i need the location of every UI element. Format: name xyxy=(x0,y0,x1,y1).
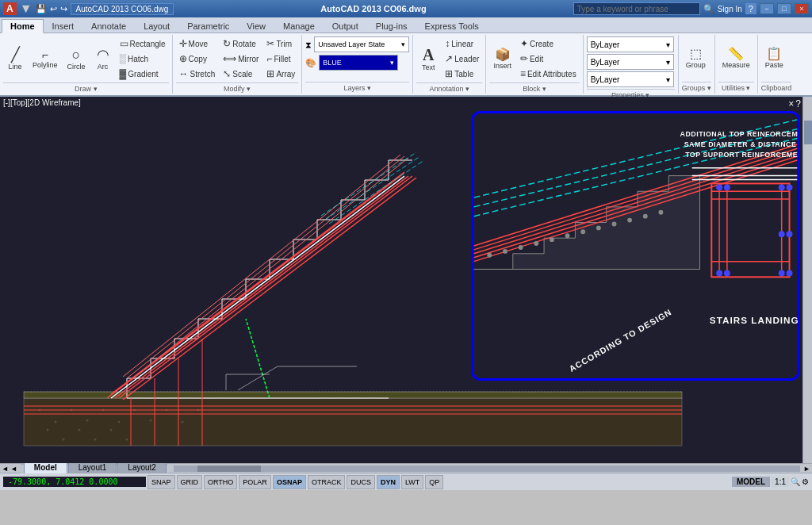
arc-label: Arc xyxy=(98,63,109,71)
polyline-label: Polyline xyxy=(33,61,58,69)
lwt-btn[interactable]: LWT xyxy=(401,475,423,489)
hscroll-thumb[interactable] xyxy=(197,466,261,472)
tab-plugins[interactable]: Plug-ins xyxy=(367,19,416,33)
osnap-btn[interactable]: OSNAP xyxy=(273,475,306,489)
circle-button[interactable]: ○ Circle xyxy=(63,45,90,73)
mirror-button[interactable]: ⟺Mirror xyxy=(220,52,262,66)
help-btn[interactable]: ? xyxy=(745,3,756,14)
hscroll-prev[interactable]: ◄ xyxy=(10,465,17,473)
titlebar: A ▼ 💾 ↩ ↪ AutoCAD 2013 CO06.dwg AutoCAD … xyxy=(0,0,812,17)
vscroll-thumb[interactable] xyxy=(804,121,812,144)
hscroll-left[interactable]: ◄ xyxy=(2,465,9,473)
title-redo[interactable]: ↪ xyxy=(60,4,67,14)
snap-btn[interactable]: SNAP xyxy=(147,475,175,489)
horizontal-scrollbar[interactable]: ◄ ◄ Model Layout1 Layout2 ► xyxy=(0,463,812,473)
color-dropdown[interactable]: BLUE▾ xyxy=(319,55,398,71)
layer-row1: ⧗ Unsaved Layer State▾ xyxy=(305,36,409,52)
title-undo[interactable]: ↩ xyxy=(50,4,57,14)
paste-icon: 📋 xyxy=(766,48,782,60)
signin-btn[interactable]: Sign In xyxy=(718,5,742,13)
edit-button[interactable]: ✏Edit xyxy=(517,52,580,66)
polyline-button[interactable]: ⌐ Polyline xyxy=(29,47,62,71)
bylayer2-dropdown[interactable]: ByLayer▾ xyxy=(587,54,674,70)
line-button[interactable]: ╱ Line xyxy=(3,45,27,73)
title-save[interactable]: 💾 xyxy=(36,4,47,14)
scale-icon: ⤡ xyxy=(223,68,231,79)
scale-button[interactable]: ⤡Scale xyxy=(220,67,262,81)
annotation-col: ↕Linear ↗Leader ⊞Table xyxy=(442,36,482,81)
group-properties-content: ByLayer▾ ByLayer▾ ByLayer▾ xyxy=(587,36,675,87)
drawing-help[interactable]: ? xyxy=(795,98,801,109)
paste-button[interactable]: 📋 Paste xyxy=(761,45,787,71)
tab-annotate[interactable]: Annotate xyxy=(82,19,135,33)
svg-point-71 xyxy=(627,218,632,223)
qp-btn[interactable]: QP xyxy=(425,475,443,489)
arc-button[interactable]: ◠ Arc xyxy=(91,45,115,73)
color-label: BLUE xyxy=(323,59,342,67)
bylayer3-dropdown[interactable]: ByLayer▾ xyxy=(587,71,674,87)
bylayer1-dropdown[interactable]: ByLayer▾ xyxy=(587,36,674,52)
tab-insert[interactable]: Insert xyxy=(44,19,83,33)
polar-btn[interactable]: POLAR xyxy=(239,475,271,489)
array-icon: ⊞ xyxy=(266,68,274,79)
scale-label: 1:1 xyxy=(772,477,789,487)
copy-button[interactable]: ⊕Copy xyxy=(176,52,219,66)
dyn-btn[interactable]: DYN xyxy=(377,475,400,489)
move-button[interactable]: ✛Move xyxy=(176,36,219,51)
vertical-scrollbar[interactable] xyxy=(802,97,812,463)
svg-point-69 xyxy=(596,225,601,230)
group-label: Group xyxy=(686,61,706,69)
measure-button[interactable]: 📏 Measure xyxy=(718,45,754,71)
otrack-btn[interactable]: OTRACK xyxy=(308,475,346,489)
svg-point-81 xyxy=(716,184,722,190)
insert-label: Insert xyxy=(493,62,511,70)
tab-layout[interactable]: Layout xyxy=(135,19,178,33)
table-button[interactable]: ⊞Table xyxy=(442,67,482,81)
maximize-btn[interactable]: □ xyxy=(777,3,791,14)
layer-state-label: Unsaved Layer State xyxy=(318,40,385,48)
modify-col1: ✛Move ⊕Copy ↔Stretch xyxy=(176,36,219,81)
settings-icon[interactable]: ⚙ xyxy=(802,477,809,486)
insert-button[interactable]: 📦 Insert xyxy=(489,46,515,72)
rotate-button[interactable]: ↻Rotate xyxy=(220,36,262,51)
close-btn[interactable]: × xyxy=(795,3,809,14)
leader-button[interactable]: ↗Leader xyxy=(442,52,482,66)
fillet-button[interactable]: ⌐Fillet xyxy=(263,52,298,66)
hscroll-track[interactable] xyxy=(174,466,800,472)
array-button[interactable]: ⊞Array xyxy=(263,67,298,81)
trim-button[interactable]: ✂Trim xyxy=(263,36,298,51)
svg-point-17 xyxy=(110,429,113,431)
zoom-icon[interactable]: 🔍 xyxy=(791,477,800,486)
linear-button[interactable]: ↕Linear xyxy=(442,36,482,51)
ortho-btn[interactable]: ORTHO xyxy=(204,475,237,489)
title-workspace-dropdown[interactable]: AutoCAD 2013 CO06.dwg xyxy=(71,3,174,15)
edit-attributes-button[interactable]: ≡Edit Attributes xyxy=(517,67,580,81)
drawing-area[interactable]: [-][Top][2D Wireframe] xyxy=(0,97,812,463)
group-button[interactable]: ⬚ Group xyxy=(682,45,710,71)
rectangle-button[interactable]: ▭Rectangle xyxy=(117,36,169,51)
drawing-close[interactable]: × xyxy=(788,98,794,109)
tab-manage[interactable]: Manage xyxy=(274,19,324,33)
group-clipboard-label: Clipboard xyxy=(761,82,792,92)
minimize-btn[interactable]: − xyxy=(760,3,774,14)
group-icon: ⬚ xyxy=(690,48,702,60)
layer-state-dropdown[interactable]: Unsaved Layer State▾ xyxy=(314,36,409,52)
stretch-button[interactable]: ↔Stretch xyxy=(176,67,219,81)
hscroll-right[interactable]: ► xyxy=(803,465,810,473)
tab-expresstools[interactable]: Express Tools xyxy=(416,19,488,33)
tab-output[interactable]: Output xyxy=(324,19,367,33)
search-input[interactable] xyxy=(573,2,700,15)
tab-parametric[interactable]: Parametric xyxy=(178,19,238,33)
group-utilities: 📏 Measure Utilities ▾ xyxy=(715,35,758,94)
text-button[interactable]: A Text xyxy=(416,44,440,74)
hatch-icon: ░ xyxy=(120,53,127,64)
tab-home[interactable]: Home xyxy=(2,19,44,33)
ducs-btn[interactable]: DUCS xyxy=(347,475,375,489)
gradient-button[interactable]: ▓Gradient xyxy=(117,67,169,81)
tab-view[interactable]: View xyxy=(238,19,274,33)
grid-btn[interactable]: GRID xyxy=(177,475,203,489)
create-button[interactable]: ✦Create xyxy=(517,36,580,51)
bylayer1-label: ByLayer xyxy=(591,40,620,49)
edit-icon: ✏ xyxy=(520,53,528,64)
hatch-button[interactable]: ░Hatch xyxy=(117,52,169,66)
